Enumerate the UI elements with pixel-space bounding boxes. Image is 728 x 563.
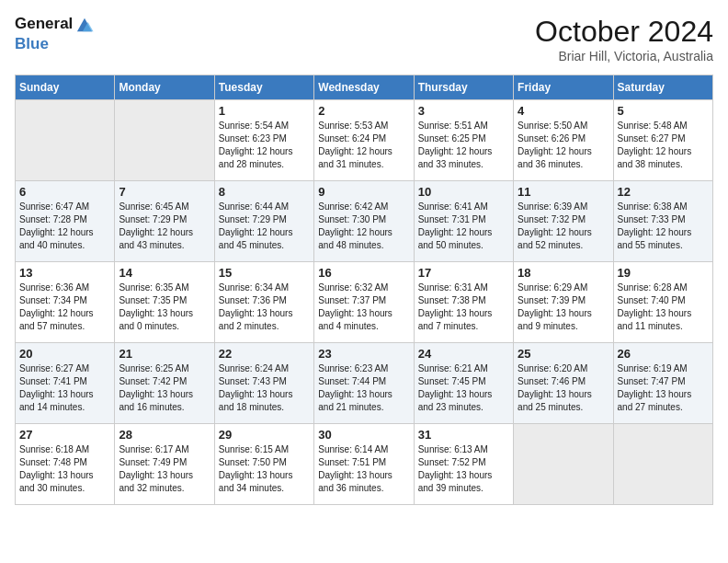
day-info: Sunrise: 6:29 AMSunset: 7:39 PMDaylight:… bbox=[518, 282, 609, 333]
day-number: 31 bbox=[418, 428, 509, 442]
col-header-wednesday: Wednesday bbox=[314, 75, 414, 100]
day-number: 23 bbox=[318, 347, 409, 361]
day-cell: 16Sunrise: 6:32 AMSunset: 7:37 PMDayligh… bbox=[314, 262, 414, 343]
day-cell: 5Sunrise: 5:48 AMSunset: 6:27 PMDaylight… bbox=[613, 100, 712, 181]
day-cell: 19Sunrise: 6:28 AMSunset: 7:40 PMDayligh… bbox=[613, 262, 712, 343]
logo-line1: General bbox=[15, 15, 73, 32]
day-number: 12 bbox=[618, 185, 709, 199]
day-number: 21 bbox=[119, 347, 210, 361]
day-info: Sunrise: 6:44 AMSunset: 7:29 PMDaylight:… bbox=[219, 201, 310, 252]
day-info: Sunrise: 6:24 AMSunset: 7:43 PMDaylight:… bbox=[219, 362, 310, 414]
title-block: October 2024 Briar Hill, Victoria, Austr… bbox=[535, 15, 713, 63]
day-info: Sunrise: 6:19 AMSunset: 7:47 PMDaylight:… bbox=[618, 362, 709, 414]
day-number: 2 bbox=[318, 104, 409, 118]
day-info: Sunrise: 5:54 AMSunset: 6:23 PMDaylight:… bbox=[219, 120, 310, 171]
day-cell: 8Sunrise: 6:44 AMSunset: 7:29 PMDaylight… bbox=[214, 181, 313, 262]
day-number: 30 bbox=[318, 428, 409, 442]
logo-icon bbox=[74, 15, 95, 35]
day-number: 17 bbox=[418, 266, 509, 280]
day-info: Sunrise: 6:42 AMSunset: 7:30 PMDaylight:… bbox=[318, 201, 409, 252]
day-number: 6 bbox=[19, 185, 110, 199]
day-number: 5 bbox=[618, 104, 709, 118]
day-info: Sunrise: 6:23 AMSunset: 7:44 PMDaylight:… bbox=[318, 362, 409, 414]
day-info: Sunrise: 6:35 AMSunset: 7:35 PMDaylight:… bbox=[119, 282, 210, 333]
day-info: Sunrise: 6:32 AMSunset: 7:37 PMDaylight:… bbox=[318, 282, 409, 333]
day-number: 16 bbox=[318, 266, 409, 280]
day-number: 3 bbox=[418, 104, 509, 118]
day-number: 10 bbox=[418, 185, 509, 199]
day-cell bbox=[16, 100, 115, 181]
month-title: October 2024 bbox=[535, 15, 713, 49]
day-cell: 20Sunrise: 6:27 AMSunset: 7:41 PMDayligh… bbox=[16, 343, 115, 424]
week-row-1: 1Sunrise: 5:54 AMSunset: 6:23 PMDaylight… bbox=[16, 100, 713, 181]
day-info: Sunrise: 6:31 AMSunset: 7:38 PMDaylight:… bbox=[418, 282, 509, 333]
day-number: 18 bbox=[518, 266, 609, 280]
day-cell: 17Sunrise: 6:31 AMSunset: 7:38 PMDayligh… bbox=[414, 262, 513, 343]
day-info: Sunrise: 6:17 AMSunset: 7:49 PMDaylight:… bbox=[119, 443, 210, 495]
day-number: 26 bbox=[618, 347, 709, 361]
day-cell: 18Sunrise: 6:29 AMSunset: 7:39 PMDayligh… bbox=[514, 262, 613, 343]
day-info: Sunrise: 6:20 AMSunset: 7:46 PMDaylight:… bbox=[518, 362, 609, 414]
day-number: 25 bbox=[518, 347, 609, 361]
day-info: Sunrise: 6:14 AMSunset: 7:51 PMDaylight:… bbox=[318, 443, 409, 495]
logo-line2: Blue bbox=[15, 35, 49, 52]
week-row-2: 6Sunrise: 6:47 AMSunset: 7:28 PMDaylight… bbox=[16, 181, 713, 262]
day-info: Sunrise: 6:25 AMSunset: 7:42 PMDaylight:… bbox=[119, 362, 210, 414]
day-info: Sunrise: 6:47 AMSunset: 7:28 PMDaylight:… bbox=[19, 201, 110, 252]
day-number: 19 bbox=[618, 266, 709, 280]
day-info: Sunrise: 6:18 AMSunset: 7:48 PMDaylight:… bbox=[19, 443, 110, 495]
day-cell: 1Sunrise: 5:54 AMSunset: 6:23 PMDaylight… bbox=[214, 100, 313, 181]
day-cell: 22Sunrise: 6:24 AMSunset: 7:43 PMDayligh… bbox=[214, 343, 313, 424]
day-number: 11 bbox=[518, 185, 609, 199]
day-cell: 2Sunrise: 5:53 AMSunset: 6:24 PMDaylight… bbox=[314, 100, 414, 181]
day-cell: 21Sunrise: 6:25 AMSunset: 7:42 PMDayligh… bbox=[115, 343, 214, 424]
day-number: 8 bbox=[219, 185, 310, 199]
col-header-sunday: Sunday bbox=[16, 75, 115, 100]
col-header-monday: Monday bbox=[115, 75, 214, 100]
day-info: Sunrise: 6:28 AMSunset: 7:40 PMDaylight:… bbox=[618, 282, 709, 333]
day-cell: 28Sunrise: 6:17 AMSunset: 7:49 PMDayligh… bbox=[115, 424, 214, 505]
week-row-5: 27Sunrise: 6:18 AMSunset: 7:48 PMDayligh… bbox=[16, 424, 713, 505]
day-number: 14 bbox=[119, 266, 210, 280]
day-number: 22 bbox=[219, 347, 310, 361]
week-row-3: 13Sunrise: 6:36 AMSunset: 7:34 PMDayligh… bbox=[16, 262, 713, 343]
day-cell: 13Sunrise: 6:36 AMSunset: 7:34 PMDayligh… bbox=[16, 262, 115, 343]
day-number: 27 bbox=[19, 428, 110, 442]
day-number: 7 bbox=[119, 185, 210, 199]
day-cell: 9Sunrise: 6:42 AMSunset: 7:30 PMDaylight… bbox=[314, 181, 414, 262]
day-cell bbox=[613, 424, 712, 505]
day-info: Sunrise: 6:34 AMSunset: 7:36 PMDaylight:… bbox=[219, 282, 310, 333]
day-number: 1 bbox=[219, 104, 310, 118]
col-header-thursday: Thursday bbox=[414, 75, 513, 100]
day-info: Sunrise: 6:39 AMSunset: 7:32 PMDaylight:… bbox=[518, 201, 609, 252]
day-number: 4 bbox=[518, 104, 609, 118]
day-cell: 31Sunrise: 6:13 AMSunset: 7:52 PMDayligh… bbox=[414, 424, 513, 505]
day-cell: 29Sunrise: 6:15 AMSunset: 7:50 PMDayligh… bbox=[214, 424, 313, 505]
day-cell bbox=[115, 100, 214, 181]
day-number: 28 bbox=[119, 428, 210, 442]
day-number: 15 bbox=[219, 266, 310, 280]
col-header-saturday: Saturday bbox=[613, 75, 712, 100]
day-number: 20 bbox=[19, 347, 110, 361]
day-info: Sunrise: 6:38 AMSunset: 7:33 PMDaylight:… bbox=[618, 201, 709, 252]
day-info: Sunrise: 5:48 AMSunset: 6:27 PMDaylight:… bbox=[618, 120, 709, 171]
day-cell: 30Sunrise: 6:14 AMSunset: 7:51 PMDayligh… bbox=[314, 424, 414, 505]
day-cell: 15Sunrise: 6:34 AMSunset: 7:36 PMDayligh… bbox=[214, 262, 313, 343]
day-info: Sunrise: 6:27 AMSunset: 7:41 PMDaylight:… bbox=[19, 362, 110, 414]
col-header-friday: Friday bbox=[514, 75, 613, 100]
day-number: 24 bbox=[418, 347, 509, 361]
day-info: Sunrise: 6:15 AMSunset: 7:50 PMDaylight:… bbox=[219, 443, 310, 495]
day-cell: 27Sunrise: 6:18 AMSunset: 7:48 PMDayligh… bbox=[16, 424, 115, 505]
day-cell: 11Sunrise: 6:39 AMSunset: 7:32 PMDayligh… bbox=[514, 181, 613, 262]
day-cell: 4Sunrise: 5:50 AMSunset: 6:26 PMDaylight… bbox=[514, 100, 613, 181]
day-number: 9 bbox=[318, 185, 409, 199]
day-cell: 7Sunrise: 6:45 AMSunset: 7:29 PMDaylight… bbox=[115, 181, 214, 262]
page-header: General Blue October 2024 Briar Hill, Vi… bbox=[15, 15, 713, 63]
day-cell: 14Sunrise: 6:35 AMSunset: 7:35 PMDayligh… bbox=[115, 262, 214, 343]
col-header-tuesday: Tuesday bbox=[214, 75, 313, 100]
logo-text: General Blue bbox=[15, 15, 95, 53]
week-row-4: 20Sunrise: 6:27 AMSunset: 7:41 PMDayligh… bbox=[16, 343, 713, 424]
day-info: Sunrise: 6:36 AMSunset: 7:34 PMDaylight:… bbox=[19, 282, 110, 333]
logo: General Blue bbox=[15, 15, 95, 53]
location: Briar Hill, Victoria, Australia bbox=[535, 49, 713, 63]
